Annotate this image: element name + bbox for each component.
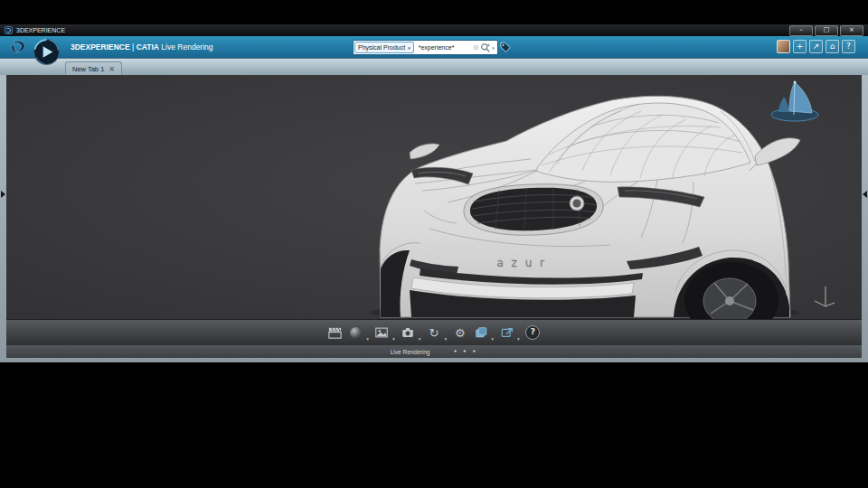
search-scope-label: Physical Product xyxy=(358,44,405,51)
help-circle-icon[interactable]: ? xyxy=(524,324,542,342)
animation-render-icon[interactable] xyxy=(326,324,344,342)
navigation-compass-icon[interactable] xyxy=(771,81,818,122)
search-clear-icon[interactable]: ⊙ xyxy=(473,44,479,52)
app-window: 3DEXPERIENCE – □ × 3DEXPERIENCE | CATIA … xyxy=(0,24,868,361)
model-badge-azur: a z u r xyxy=(496,257,546,269)
app-subtitle: Live Rendering xyxy=(161,42,212,52)
app-icon xyxy=(5,26,13,34)
search-input[interactable]: *experience* xyxy=(415,44,473,51)
search-scope-dropdown[interactable]: Physical Product ▾ xyxy=(354,42,414,53)
window-title: 3DEXPERIENCE xyxy=(16,27,65,33)
render-toolbar: ▾ ▾ ▾ ↻ ▾ ⚙ xyxy=(6,319,862,345)
add-icon[interactable]: + xyxy=(793,40,807,53)
tag-icon[interactable] xyxy=(499,41,512,53)
window-controls: – □ × xyxy=(789,25,863,36)
tab-new-tab-1[interactable]: New Tab 1 × xyxy=(65,61,122,75)
left-mirror xyxy=(410,144,439,159)
status-label: Live Rendering xyxy=(391,349,430,355)
chevron-down-icon[interactable]: ▾ xyxy=(419,336,421,342)
search-icon[interactable] xyxy=(480,42,491,53)
axis-triad-icon xyxy=(815,286,835,306)
app-name: CATIA xyxy=(137,42,159,52)
search-options-caret-icon[interactable]: ▾ xyxy=(492,45,495,51)
panel-expand-right-icon[interactable] xyxy=(863,191,867,198)
chevron-down-icon: ▾ xyxy=(408,45,410,51)
right-mirror xyxy=(755,138,800,165)
minimize-icon[interactable]: – xyxy=(789,25,813,36)
compass-menu-button[interactable] xyxy=(33,38,61,66)
chevron-down-icon[interactable]: ▾ xyxy=(491,336,494,342)
app-title: 3DEXPERIENCE | CATIA Live Rendering xyxy=(71,42,213,52)
maximize-icon[interactable]: □ xyxy=(815,25,838,36)
image-output-icon[interactable] xyxy=(373,324,391,342)
top-search-bar[interactable]: Physical Product ▾ *experience* ⊙ ▾ xyxy=(353,40,498,55)
tab-close-icon[interactable]: × xyxy=(108,65,115,73)
chevron-down-icon[interactable]: ▾ xyxy=(445,336,448,342)
environment-sphere-icon[interactable] xyxy=(347,324,364,342)
home-icon[interactable]: ⌂ xyxy=(826,40,839,53)
user-avatar[interactable] xyxy=(777,40,790,53)
layers-stack-icon[interactable] xyxy=(472,324,489,342)
brand-name: 3DEXPERIENCE xyxy=(71,42,130,52)
window-titlebar: 3DEXPERIENCE – □ × xyxy=(0,24,868,36)
chevron-down-icon[interactable]: ▾ xyxy=(517,336,520,342)
chevron-down-icon[interactable]: ▾ xyxy=(392,336,395,342)
page-dots[interactable]: • • • xyxy=(453,348,477,355)
chevron-down-icon[interactable]: ▾ xyxy=(366,336,369,342)
turntable-icon[interactable]: ↻ xyxy=(426,324,443,342)
brand-divider: | xyxy=(132,42,134,52)
header-actions: + ↗ ⌂ ? xyxy=(777,40,855,53)
app-header: 3DEXPERIENCE | CATIA Live Rendering Phys… xyxy=(0,36,868,58)
camera-icon[interactable] xyxy=(400,324,417,342)
status-bar: Live Rendering • • • xyxy=(6,345,862,358)
3d-viewport[interactable]: a z u r xyxy=(6,75,862,319)
3ds-logo-icon[interactable] xyxy=(7,39,29,55)
close-icon[interactable]: × xyxy=(840,25,863,36)
panel-expand-left-icon[interactable] xyxy=(1,191,5,198)
tab-bar: New Tab 1 × xyxy=(0,58,868,75)
tab-label: New Tab 1 xyxy=(72,65,104,73)
settings-gear-icon[interactable]: ⚙ xyxy=(451,324,468,342)
content-frame: a z u r xyxy=(0,75,868,362)
help-icon[interactable]: ? xyxy=(842,40,855,53)
batch-export-icon[interactable] xyxy=(498,324,515,342)
share-icon[interactable]: ↗ xyxy=(809,40,823,53)
3d-scene-car-model[interactable]: a z u r xyxy=(6,75,862,319)
